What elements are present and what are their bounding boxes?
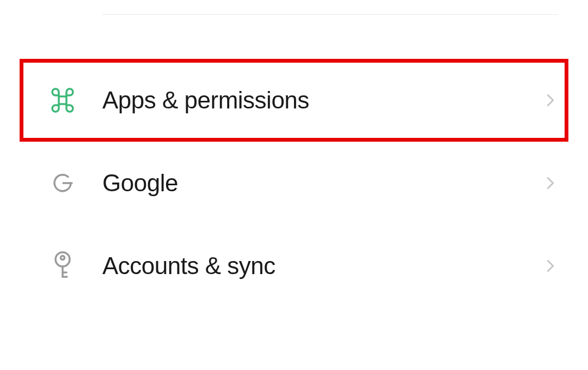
settings-item-accounts-sync[interactable]: Accounts & sync bbox=[0, 225, 588, 307]
chevron-right-icon bbox=[542, 93, 558, 108]
key-icon bbox=[50, 251, 102, 281]
chevron-right-icon bbox=[542, 258, 558, 274]
settings-list: Apps & permissions Google bbox=[0, 59, 588, 307]
settings-item-apps-permissions[interactable]: Apps & permissions bbox=[0, 59, 588, 142]
settings-item-label: Google bbox=[102, 169, 542, 197]
chevron-right-icon bbox=[542, 175, 558, 191]
settings-item-google[interactable]: Google bbox=[0, 142, 588, 225]
settings-item-label: Accounts & sync bbox=[102, 252, 542, 280]
divider bbox=[102, 14, 558, 15]
command-icon bbox=[50, 88, 102, 113]
google-icon bbox=[50, 171, 102, 196]
settings-item-label: Apps & permissions bbox=[102, 87, 542, 114]
svg-rect-0 bbox=[59, 96, 66, 104]
svg-point-7 bbox=[61, 256, 65, 260]
